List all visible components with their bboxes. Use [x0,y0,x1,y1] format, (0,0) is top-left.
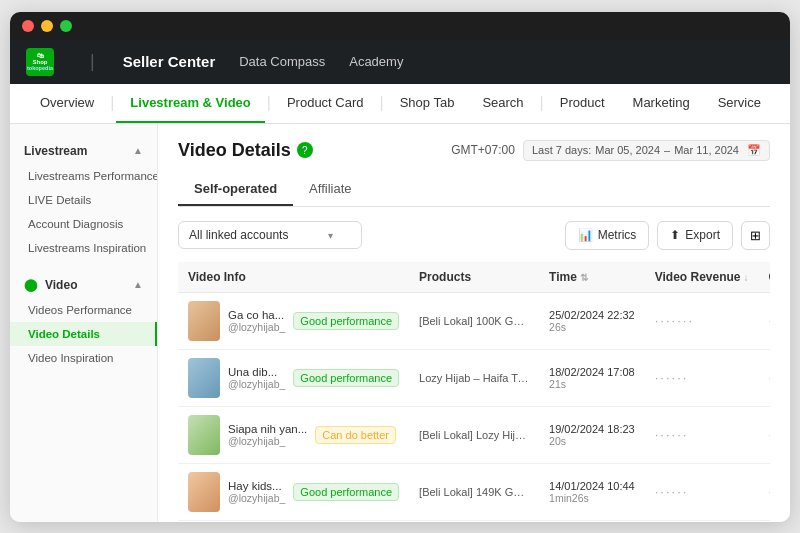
accounts-select[interactable]: All linked accounts ▾ [178,221,362,249]
product-link-1[interactable]: Lozy Hijab – Haifa Tuni... [419,372,529,384]
sidebar-item-live-details[interactable]: LIVE Details [10,188,157,212]
performance-badge-0: Good performance [293,312,399,330]
nav-overview[interactable]: Overview [26,83,108,123]
content-tabs: Self-operated Affiliate [178,173,770,207]
accounts-select-label: All linked accounts [189,228,288,242]
filter-row: All linked accounts ▾ 📊 Metrics ⬆ Export… [178,221,770,250]
video-user-0: @lozyhijab_ [228,321,285,333]
date-range: GMT+07:00 Last 7 days: Mar 05, 2024 – Ma… [451,140,770,161]
video-title-0: Ga co ha... [228,309,285,321]
cell-time-0: 25/02/2024 22:32 26s [539,292,645,349]
sidebar-item-video-inspiration[interactable]: Video Inspiration [10,346,157,370]
sidebar-item-livestreams-performance[interactable]: Livestreams Performance [10,164,157,188]
maximize-button[interactable] [60,20,72,32]
action-buttons: 📊 Metrics ⬆ Export ⊞ [565,221,770,250]
product-link-2[interactable]: [Beli Lokal] Lozy Hijab ... [419,429,529,441]
product-link-0[interactable]: [Beli Lokal] 100K Get ... [419,315,529,327]
video-title-3: Hay kids... [228,480,285,492]
video-duration-2: 20s [549,435,635,447]
sidebar-item-account-diagnosis[interactable]: Account Diagnosis [10,212,157,236]
cell-time-1: 18/02/2024 17:08 21s [539,349,645,406]
date-range-label: Last 7 days: [532,144,591,156]
calendar-icon: 📅 [747,144,761,157]
page-title: Video Details [178,140,291,161]
sidebar-item-videos-performance[interactable]: Videos Performance [10,298,157,322]
product-link-3[interactable]: [Beli Lokal] 149K Get ... [419,486,529,498]
cell-video-info-4: Hay kids... @lozyhijab_ Good performance [178,520,409,522]
nav-user[interactable]: User [775,83,790,123]
timezone-label: GMT+07:00 [451,143,515,157]
sidebar-section-livestream: Livestream ▲ Livestreams Performance LIV… [10,132,157,266]
nav-livestream-video[interactable]: Livestream & Video [116,83,264,123]
sidebar: Livestream ▲ Livestreams Performance LIV… [10,124,158,522]
academy-link[interactable]: Academy [337,40,415,84]
col-video-info: Video Info [178,262,409,293]
tab-affiliate[interactable]: Affiliate [293,173,367,206]
nav-product-card[interactable]: Product Card [273,83,378,123]
sidebar-item-livestreams-inspiration[interactable]: Livestreams Inspiration [10,236,157,260]
date-range-badge[interactable]: Last 7 days: Mar 05, 2024 – Mar 11, 2024… [523,140,770,161]
shop-icon: 🛍 Shop tokopedia [26,48,54,76]
video-duration-1: 21s [549,378,635,390]
cell-orders-0: ···· [759,292,770,349]
cell-product-4: [Beli Lokal] 149K Get ... [409,520,539,522]
content-area: Video Details ? GMT+07:00 Last 7 days: M… [158,124,790,522]
date-end: Mar 11, 2024 [674,144,739,156]
close-button[interactable] [22,20,34,32]
orders-value-1: ···· [769,370,770,385]
video-thumbnail-2 [188,415,220,455]
export-button[interactable]: ⬆ Export [657,221,733,250]
video-thumbnail-3 [188,472,220,512]
sidebar-group-livestream[interactable]: Livestream ▲ [10,138,157,164]
table-row: Una dib... @lozyhijab_ Good performance … [178,349,770,406]
cell-video-info-2: Siapa nih yan... @lozyhijab_ Can do bett… [178,406,409,463]
revenue-value-2: ······ [655,427,689,442]
nav-shop-tab[interactable]: Shop Tab [386,83,469,123]
title-bar [10,12,790,40]
video-date-0: 25/02/2024 22:32 [549,309,635,321]
video-table: Video Info Products Time⇅ Video Revenue↓… [178,262,770,522]
video-thumbnail-1 [188,358,220,398]
sidebar-item-video-details[interactable]: Video Details [10,322,157,346]
sidebar-group-video[interactable]: ⬤ Video ▲ [10,272,157,298]
cell-time-4: 14/01/2024 10:44 1min26s [539,520,645,522]
nav-divider: | [90,51,95,72]
table-row: Ga co ha... @lozyhijab_ Good performance… [178,292,770,349]
nav-product[interactable]: Product [546,83,619,123]
nav-marketing[interactable]: Marketing [619,83,704,123]
metrics-button[interactable]: 📊 Metrics [565,221,650,250]
minimize-button[interactable] [41,20,53,32]
cell-time-3: 14/01/2024 10:44 1min26s [539,463,645,520]
col-orders[interactable]: Orders⇅ [759,262,770,293]
date-separator: – [664,144,670,156]
nav-service[interactable]: Service [704,83,775,123]
page-title-row: Video Details ? [178,140,313,161]
tab-self-operated[interactable]: Self-operated [178,173,293,206]
seller-center-link[interactable]: Seller Center [111,40,228,84]
cell-revenue-0: ······· [645,292,759,349]
cell-revenue-3: ······ [645,463,759,520]
top-nav: 🛍 Shop tokopedia | Seller Center Data Co… [10,40,790,84]
settings-button[interactable]: ⊞ [741,221,770,250]
cell-product-1: Lozy Hijab – Haifa Tuni... [409,349,539,406]
col-time[interactable]: Time⇅ [539,262,645,293]
cell-orders-2: ···· [759,406,770,463]
dropdown-arrow-icon: ▾ [328,230,333,241]
nav-search[interactable]: Search [468,83,537,123]
cell-revenue-2: ······ [645,406,759,463]
table-row: Hay kids... @lozyhijab_ Good performance… [178,463,770,520]
info-icon[interactable]: ? [297,142,313,158]
sidebar-chevron-livestream: ▲ [133,145,143,156]
sort-icon-revenue: ↓ [744,272,749,283]
cell-product-2: [Beli Lokal] Lozy Hijab ... [409,406,539,463]
cell-orders-4: ···· [759,520,770,522]
video-icon: ⬤ [24,278,37,292]
table-row: Hay kids... @lozyhijab_ Good performance… [178,520,770,522]
performance-badge-1: Good performance [293,369,399,387]
brand-logo[interactable]: 🛍 Shop tokopedia [26,48,54,76]
data-compass-link[interactable]: Data Compass [227,40,337,84]
col-video-revenue[interactable]: Video Revenue↓ [645,262,759,293]
video-title-2: Siapa nih yan... [228,423,307,435]
orders-value-0: ···· [769,313,770,328]
grid-icon: ⊞ [750,228,761,243]
